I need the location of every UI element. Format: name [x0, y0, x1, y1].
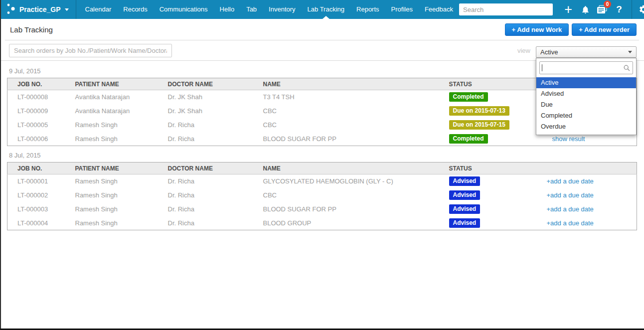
- col-name: NAME: [263, 163, 449, 174]
- view-select-value: Active: [540, 48, 558, 56]
- nav-item-records[interactable]: Records: [117, 0, 153, 19]
- col-actions: [539, 163, 637, 174]
- doctor-cell: Dr. Richa: [168, 174, 263, 188]
- table-row: LT-000004 Ramesh Singh Dr. Richa BLOOD G…: [7, 216, 637, 230]
- add-due-date-link[interactable]: +add a due date: [547, 191, 594, 199]
- option-overdue[interactable]: Overdue: [536, 121, 636, 132]
- job-no-cell: LT-000008: [7, 90, 75, 104]
- nav-item-calendar[interactable]: Calendar: [79, 0, 118, 19]
- job-no-cell: LT-000001: [7, 174, 75, 188]
- doctor-cell: Dr. Richa: [168, 216, 263, 230]
- window-edge-left: [0, 0, 1, 330]
- add-new-work-button[interactable]: + Add new Work: [505, 23, 569, 36]
- name-cell: CBC: [263, 188, 449, 202]
- nav-item-reports[interactable]: Reports: [350, 0, 385, 19]
- job-no-cell: LT-000005: [7, 118, 75, 132]
- header-buttons: + Add new Work + Add new order: [505, 23, 637, 36]
- view-filter-dropdown: Active Active Advised Due Completed Over…: [536, 46, 637, 135]
- nav-item-inventory[interactable]: Inventory: [263, 0, 301, 19]
- global-search-input[interactable]: [459, 3, 553, 15]
- notification-count-badge: 0: [604, 0, 611, 8]
- orders-section-8-jul: 8 Jul, 2015 JOB NO. PATIENT NAME DOCTOR …: [0, 152, 644, 230]
- status-badge: Due on 2015-07-15: [449, 120, 509, 130]
- nav-item-hello[interactable]: Hello: [214, 0, 241, 19]
- col-job-no: JOB NO.: [7, 78, 75, 90]
- chevron-down-icon: [65, 8, 69, 11]
- status-badge: Advised: [449, 218, 481, 228]
- navbar-right: 0: [459, 0, 644, 19]
- practice-logo-icon: [4, 0, 17, 19]
- dropdown-search-wrap: [539, 61, 633, 74]
- status-badge: Advised: [449, 204, 481, 214]
- name-cell: T3 T4 TSH: [263, 90, 449, 104]
- action-cell: +add a due date: [539, 174, 637, 188]
- nav-item-tab[interactable]: Tab: [240, 0, 263, 19]
- doctor-cell: Dr. JK Shah: [168, 104, 263, 118]
- status-badge: Advised: [449, 176, 481, 186]
- feed-messages-icon[interactable]: 0: [594, 0, 611, 19]
- add-due-date-link[interactable]: +add a due date: [547, 205, 594, 213]
- option-completed[interactable]: Completed: [536, 110, 636, 121]
- show-result-link[interactable]: show result: [552, 135, 585, 143]
- page-title: Lab Tracking: [10, 25, 53, 34]
- text-cursor: [542, 64, 542, 71]
- brand-menu[interactable]: Practice_GP: [0, 0, 76, 19]
- main-menu: Calendar Records Communications Hello Ta…: [79, 0, 460, 19]
- table-row: LT-000003 Ramesh Singh Dr. Richa BLOOD S…: [7, 202, 637, 216]
- job-no-cell: LT-000003: [7, 202, 75, 216]
- col-patient-name: PATIENT NAME: [75, 78, 168, 90]
- table-header-row: JOB NO. PATIENT NAME DOCTOR NAME NAME ST…: [7, 163, 637, 174]
- name-cell: GLYCOSYLATED HAEMOGLOBIN (GLY - C): [263, 174, 449, 188]
- table-row: LT-000001 Ramesh Singh Dr. Richa GLYCOSY…: [7, 174, 637, 188]
- doctor-cell: Dr. Richa: [168, 188, 263, 202]
- name-cell: BLOOD SUGAR FOR PP: [263, 202, 449, 216]
- col-status: STATUS: [449, 78, 539, 90]
- top-navbar: Practice_GP Calendar Records Communicati…: [0, 0, 644, 19]
- name-cell: CBC: [263, 118, 449, 132]
- status-badge: Completed: [449, 92, 488, 102]
- dropdown-search-input[interactable]: [539, 61, 633, 74]
- notifications-bell-icon[interactable]: [577, 0, 594, 19]
- action-cell: +add a due date: [539, 216, 637, 230]
- doctor-cell: Dr. JK Shah: [168, 90, 263, 104]
- doctor-cell: Dr. Richa: [168, 202, 263, 216]
- nav-item-feedback[interactable]: Feedback: [419, 0, 459, 19]
- view-options-list: Active Advised Due Completed Overdue: [536, 77, 636, 132]
- col-name: NAME: [263, 78, 449, 90]
- nav-item-communications[interactable]: Communications: [154, 0, 214, 19]
- orders-table: JOB NO. PATIENT NAME DOCTOR NAME NAME ST…: [7, 162, 637, 230]
- view-select[interactable]: Active: [536, 46, 637, 58]
- action-cell: +add a due date: [539, 188, 637, 202]
- help-icon[interactable]: [611, 0, 628, 19]
- status-badge: Due on 2015-07-13: [449, 106, 509, 116]
- add-new-order-button[interactable]: + Add new order: [572, 23, 637, 36]
- job-no-cell: LT-000002: [7, 188, 75, 202]
- option-advised[interactable]: Advised: [536, 88, 636, 99]
- action-cell: +add a due date: [539, 202, 637, 216]
- patient-cell: Ramesh Singh: [75, 174, 168, 188]
- col-job-no: JOB NO.: [7, 163, 75, 174]
- nav-item-profiles[interactable]: Profiles: [385, 0, 419, 19]
- doctor-cell: Dr. Richa: [168, 132, 263, 146]
- add-due-date-link[interactable]: +add a due date: [547, 219, 594, 227]
- add-plus-icon[interactable]: [560, 0, 577, 19]
- view-dropdown-panel: Active Advised Due Completed Overdue: [536, 58, 637, 135]
- status-badge: Completed: [449, 134, 488, 144]
- nav-item-lab-tracking[interactable]: Lab Tracking: [302, 0, 350, 19]
- col-status: STATUS: [449, 163, 539, 174]
- patient-cell: Ramesh Singh: [75, 188, 168, 202]
- option-active[interactable]: Active: [536, 77, 636, 88]
- patient-cell: Ramesh Singh: [75, 216, 168, 230]
- option-due[interactable]: Due: [536, 99, 636, 110]
- gear-icon[interactable]: [635, 0, 644, 19]
- name-cell: BLOOD GROUP: [263, 216, 449, 230]
- view-label: view: [517, 47, 530, 54]
- chevron-down-icon: [628, 51, 632, 53]
- search-icon: [624, 65, 630, 71]
- section-date-label: 8 Jul, 2015: [9, 152, 644, 159]
- patient-cell: Ramesh Singh: [75, 132, 168, 146]
- add-due-date-link[interactable]: +add a due date: [547, 177, 594, 185]
- job-no-cell: LT-000006: [7, 132, 75, 146]
- orders-search-input[interactable]: [9, 44, 172, 57]
- brand-label: Practice_GP: [19, 5, 61, 13]
